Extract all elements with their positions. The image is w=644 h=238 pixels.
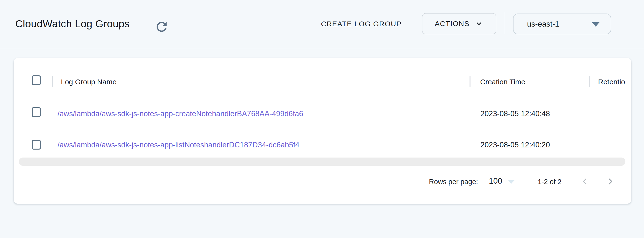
pagination-range: 1-2 of 2 [538,178,561,186]
create-log-group-button[interactable]: CREATE LOG GROUP [313,14,410,33]
row-checkbox[interactable] [32,140,41,150]
row-checkbox[interactable] [32,107,41,117]
chevron-right-icon [604,176,616,188]
creation-time-cell: 2023-08-05 12:40:48 [480,109,550,118]
rows-per-page-value: 100 [489,176,502,186]
log-groups-card: Log Group Name Creation Time Retentio /a… [14,58,631,204]
column-divider [470,76,470,87]
actions-button-label: ACTIONS [435,20,470,28]
next-page-button[interactable] [604,176,616,188]
log-group-link[interactable]: /aws/lambda/aws-sdk-js-notes-app-listNot… [58,140,300,150]
actions-button[interactable]: ACTIONS [422,13,496,34]
header-divider [504,12,504,34]
creation-time-cell: 2023-08-05 12:40:20 [480,140,550,150]
chevron-left-icon [579,176,591,188]
page-header: CloudWatch Log Groups CREATE LOG GROUP A… [0,0,644,48]
column-header-retention[interactable]: Retentio [598,77,625,87]
log-group-link[interactable]: /aws/lambda/aws-sdk-js-notes-app-createN… [58,109,303,118]
page: { "header": { "title": "CloudWatch Log G… [0,0,644,238]
chevron-down-icon [474,19,484,28]
caret-down-icon [592,22,600,26]
page-title: CloudWatch Log Groups [15,18,130,30]
horizontal-scrollbar-thumb[interactable] [19,158,626,166]
column-divider [589,76,590,87]
region-selector-value: us-east-1 [527,20,559,28]
dropdown-caret-icon [508,180,514,184]
column-header-log-group-name[interactable]: Log Group Name [61,77,116,87]
header-border [14,97,631,97]
column-header-creation-time[interactable]: Creation Time [480,77,525,87]
region-selector[interactable]: us-east-1 [513,14,611,34]
row-border [14,129,631,129]
column-divider [52,76,53,87]
rows-per-page-label: Rows per page: [429,178,478,186]
refresh-icon [154,19,169,34]
previous-page-button[interactable] [579,176,591,188]
rows-per-page-select[interactable]: 100 [488,176,519,187]
refresh-button[interactable] [154,19,169,34]
select-all-checkbox[interactable] [32,76,41,85]
